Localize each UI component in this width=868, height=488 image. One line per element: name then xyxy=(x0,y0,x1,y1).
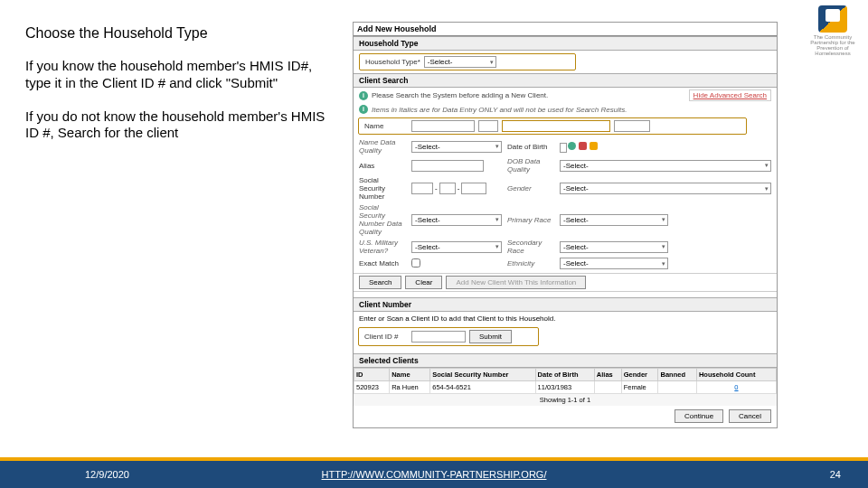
alias-label: Alias xyxy=(359,162,406,170)
slide-footer: 12/9/2020 HTTP://WWW.COMMUNITY-PARTNERSH… xyxy=(0,461,868,488)
clear-date-icon[interactable] xyxy=(579,142,587,150)
section-client-search: Client Search xyxy=(354,73,777,88)
italic-note: Items in Italics are for Data Entry ONLY… xyxy=(372,106,627,114)
showing-count: Showing 1-1 of 1 xyxy=(354,394,777,406)
ssndq-select[interactable]: -Select- xyxy=(411,214,502,226)
instructions-panel: Choose the Household Type If you know th… xyxy=(25,25,337,158)
client-number-instruction: Enter or Scan a Client ID to add that Cl… xyxy=(354,312,777,325)
last-name-input[interactable] xyxy=(502,120,610,132)
col-name: Name xyxy=(390,369,430,381)
dobdq-select[interactable]: -Select- xyxy=(560,160,771,172)
add-new-client-button[interactable]: Add New Client With This Information xyxy=(446,276,586,289)
client-id-label: Client ID # xyxy=(364,333,408,341)
srace-select[interactable]: -Select- xyxy=(560,241,668,253)
col-banned: Banned xyxy=(658,369,696,381)
page-number: 24 xyxy=(830,469,841,480)
ssn1-input[interactable] xyxy=(411,183,433,194)
suffix-input[interactable] xyxy=(614,120,650,132)
app-screenshot: Add New Household Household Type Househo… xyxy=(353,22,778,428)
prace-label: Primary Race xyxy=(507,216,554,224)
alias-input[interactable] xyxy=(411,160,484,172)
search-instruction: Please Search the System before adding a… xyxy=(372,91,548,99)
info-icon: i xyxy=(359,105,368,114)
exact-match-checkbox[interactable] xyxy=(411,258,420,267)
window-title: Add New Household xyxy=(354,23,777,36)
section-client-number: Client Number xyxy=(354,297,777,312)
house-icon xyxy=(818,5,847,33)
household-type-label: Household Type* xyxy=(365,58,420,66)
instruction-1: If you know the household member's HMIS … xyxy=(25,58,337,92)
continue-button[interactable]: Continue xyxy=(675,409,723,423)
gender-label: Gender xyxy=(507,184,554,192)
section-household-type: Household Type xyxy=(354,36,777,51)
col-gender: Gender xyxy=(621,369,658,381)
copy-icon[interactable] xyxy=(590,142,598,150)
gender-select[interactable]: -Select- xyxy=(560,183,771,194)
vet-label: U.S. Military Veteran? xyxy=(359,239,406,255)
selected-clients-table: ID Name Social Security Number Date of B… xyxy=(354,368,777,394)
dobdq-label: DOB Data Quality xyxy=(507,157,554,174)
footer-date: 12/9/2020 xyxy=(85,469,129,480)
client-id-input[interactable] xyxy=(411,331,466,343)
cancel-button[interactable]: Cancel xyxy=(729,409,771,423)
prace-select[interactable]: -Select- xyxy=(560,214,668,226)
name-label: Name xyxy=(364,122,408,130)
household-type-select[interactable]: -Select- xyxy=(424,56,496,68)
col-alias: Alias xyxy=(594,369,621,381)
submit-button[interactable]: Submit xyxy=(469,330,512,343)
eth-select[interactable]: -Select- xyxy=(560,258,668,269)
ssndq-label: Social Security Number Data Quality xyxy=(359,203,406,236)
eth-label: Ethnicity xyxy=(507,259,554,267)
table-row[interactable]: 520923 Ra Huen 654-54-6521 11/03/1983 Fe… xyxy=(354,381,777,394)
exact-label: Exact Match xyxy=(359,259,406,267)
org-logo: The Community Partnership for the Preven… xyxy=(805,5,861,61)
section-selected-clients: Selected Clients xyxy=(354,353,777,368)
hide-advanced-search[interactable]: Hide Advanced Search xyxy=(689,89,771,101)
info-icon: i xyxy=(359,91,368,100)
calendar-icon[interactable] xyxy=(568,142,576,150)
clear-button[interactable]: Clear xyxy=(405,276,442,289)
org-name: The Community Partnership for the Preven… xyxy=(805,34,861,56)
mi-input[interactable] xyxy=(478,120,498,132)
ssn3-input[interactable] xyxy=(461,183,486,194)
col-id: ID xyxy=(354,369,390,381)
dob-label: Date of Birth xyxy=(507,143,554,151)
first-name-input[interactable] xyxy=(411,120,475,132)
instruction-2: If you do not know the household member'… xyxy=(25,108,337,143)
ndq-label: Name Data Quality xyxy=(359,138,406,155)
ndq-select[interactable]: -Select- xyxy=(411,141,502,153)
srace-label: Secondary Race xyxy=(507,239,554,255)
dob-input[interactable] xyxy=(560,143,567,153)
col-dob: Date of Birth xyxy=(535,369,594,381)
search-button[interactable]: Search xyxy=(359,276,401,289)
footer-url: HTTP://WWW.COMMUNITY-PARTNERSHIP.ORG/ xyxy=(322,469,547,480)
slide-title: Choose the Household Type xyxy=(25,25,337,42)
col-hhc: Household Count xyxy=(696,369,776,381)
ssn2-input[interactable] xyxy=(439,183,456,194)
ssn-label: Social Security Number xyxy=(359,176,406,201)
vet-select[interactable]: -Select- xyxy=(411,241,502,253)
col-ssn: Social Security Number xyxy=(430,369,535,381)
